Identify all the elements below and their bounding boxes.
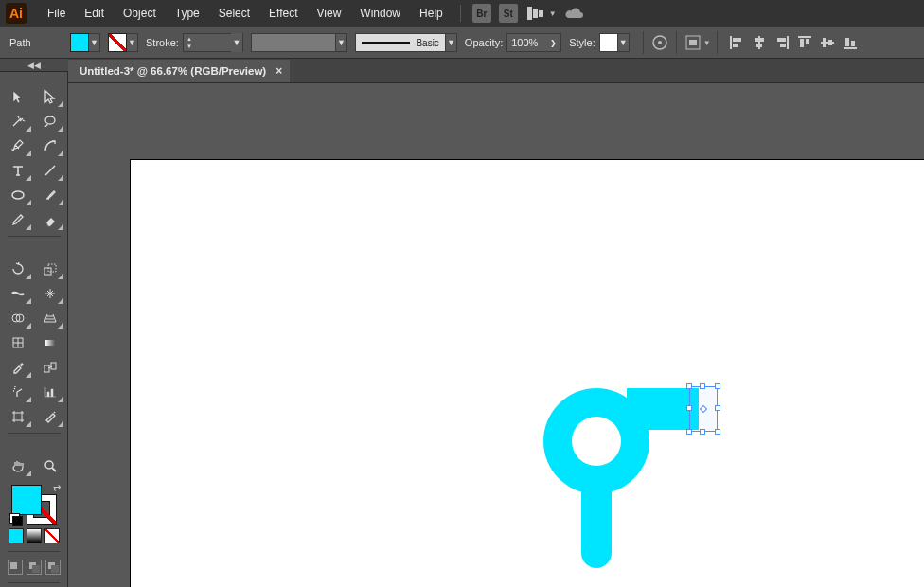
pencil-tool[interactable] (4, 208, 32, 231)
svg-rect-5 (733, 38, 741, 42)
perspective-grid-tool[interactable] (36, 307, 64, 329)
chevron-down-icon[interactable]: ▼ (127, 33, 138, 52)
stroke-color-control[interactable]: ▼ (108, 33, 138, 52)
fill-color-control[interactable]: ▼ (70, 33, 100, 52)
fill-swatch[interactable] (70, 33, 89, 52)
resize-handle[interactable] (715, 405, 720, 411)
svg-rect-14 (800, 39, 804, 47)
stroke-weight-input[interactable]: ▲▼ ▼ (183, 33, 243, 52)
pen-tool[interactable] (4, 134, 32, 157)
document-tab-title: Untitled-3* @ 66.67% (RGB/Preview) (80, 65, 266, 77)
menu-help[interactable]: Help (410, 0, 453, 27)
menu-select[interactable]: Select (209, 0, 259, 27)
brush-definition[interactable]: Basic ▼ (355, 33, 457, 52)
artboard-tool[interactable] (4, 405, 32, 428)
gradient-tool[interactable] (36, 331, 64, 354)
menu-window[interactable]: Window (350, 0, 410, 27)
align-buttons (727, 33, 860, 52)
symbol-sprayer-tool[interactable] (4, 381, 32, 403)
slice-tool[interactable] (36, 405, 64, 428)
mesh-tool[interactable] (4, 331, 32, 354)
rotate-tool[interactable] (4, 258, 32, 280)
color-mode-row (0, 528, 67, 543)
curvature-tool[interactable] (36, 134, 64, 157)
eyedropper-tool[interactable] (4, 356, 32, 379)
resize-handle[interactable] (700, 383, 705, 389)
svg-rect-11 (777, 38, 786, 42)
artwork-shape-handle[interactable] (581, 471, 612, 568)
align-to-button[interactable] (683, 32, 703, 53)
menu-type[interactable]: Type (166, 0, 209, 27)
resize-handle[interactable] (700, 429, 705, 435)
fill-box[interactable] (11, 485, 42, 515)
artboard[interactable] (130, 159, 924, 587)
zoom-tool[interactable] (36, 454, 64, 477)
canvas-area[interactable] (68, 83, 924, 587)
graphic-style-control[interactable]: ▼ (599, 33, 630, 52)
scale-tool[interactable] (36, 258, 64, 280)
variable-width-profile[interactable]: ▼ (251, 33, 347, 52)
svg-rect-12 (780, 44, 786, 47)
direct-selection-tool[interactable] (36, 85, 64, 108)
blend-tool[interactable] (36, 356, 64, 379)
chevron-down-icon: ▼ (549, 9, 557, 18)
opacity-input[interactable]: 100% ❯ (506, 33, 561, 52)
resize-handle[interactable] (686, 429, 692, 435)
draw-normal-button[interactable] (8, 560, 23, 575)
toolbar-collapse-handle[interactable]: ◀◀ (0, 59, 68, 72)
fill-stroke-indicator[interactable]: ⇄ (11, 485, 57, 525)
bridge-button[interactable]: Br (472, 4, 491, 23)
line-segment-tool[interactable] (36, 159, 64, 182)
width-tool[interactable] (4, 282, 32, 305)
menu-file[interactable]: File (38, 0, 75, 27)
lasso-tool[interactable] (36, 110, 64, 133)
align-hcenter-button[interactable] (750, 33, 769, 52)
menu-view[interactable]: View (308, 0, 351, 27)
free-transform-tool[interactable] (36, 282, 64, 305)
none-mode-button[interactable] (44, 528, 60, 543)
svg-rect-10 (787, 36, 789, 49)
close-tab-icon[interactable]: × (275, 64, 282, 78)
menu-effect[interactable]: Effect (259, 0, 307, 27)
align-vcenter-button[interactable] (818, 33, 837, 52)
align-left-button[interactable] (727, 33, 746, 52)
resize-handle[interactable] (686, 405, 692, 411)
gradient-mode-button[interactable] (27, 528, 42, 543)
sync-settings-icon[interactable] (564, 6, 585, 21)
align-right-button[interactable] (773, 33, 791, 52)
chevron-down-icon[interactable]: ▼ (89, 33, 100, 52)
draw-inside-button[interactable] (45, 560, 61, 575)
selection-bounding-box[interactable] (690, 387, 717, 431)
svg-rect-4 (730, 36, 732, 49)
menu-edit[interactable]: Edit (75, 0, 114, 27)
default-fill-stroke-icon[interactable] (9, 513, 23, 526)
selection-tool[interactable] (4, 85, 32, 108)
resize-handle[interactable] (715, 383, 720, 389)
stroke-swatch[interactable] (108, 33, 127, 52)
app-logo: Ai (6, 3, 27, 24)
svg-rect-9 (756, 44, 762, 47)
align-bottom-button[interactable] (841, 33, 860, 52)
arrange-documents-button[interactable] (527, 7, 543, 20)
svg-rect-8 (755, 38, 764, 42)
magic-wand-tool[interactable] (4, 110, 32, 133)
paintbrush-tool[interactable] (36, 184, 64, 206)
resize-handle[interactable] (686, 383, 692, 389)
shape-builder-tool[interactable] (4, 307, 32, 329)
svg-rect-15 (806, 39, 809, 44)
type-tool[interactable] (4, 159, 32, 182)
column-graph-tool[interactable] (36, 381, 64, 403)
stock-button[interactable]: St (499, 4, 518, 23)
recolor-artwork-button[interactable] (649, 32, 670, 53)
svg-rect-3 (689, 40, 697, 45)
draw-behind-button[interactable] (27, 560, 42, 575)
resize-handle[interactable] (715, 429, 720, 435)
hand-tool[interactable] (4, 454, 32, 477)
align-top-button[interactable] (795, 33, 814, 52)
ellipse-tool[interactable] (4, 184, 32, 206)
color-mode-button[interactable] (9, 528, 24, 543)
eraser-tool[interactable] (36, 208, 64, 231)
swap-fill-stroke-icon[interactable]: ⇄ (53, 483, 61, 493)
menu-object[interactable]: Object (114, 0, 166, 27)
document-tab[interactable]: Untitled-3* @ 66.67% (RGB/Preview) × (68, 60, 290, 82)
